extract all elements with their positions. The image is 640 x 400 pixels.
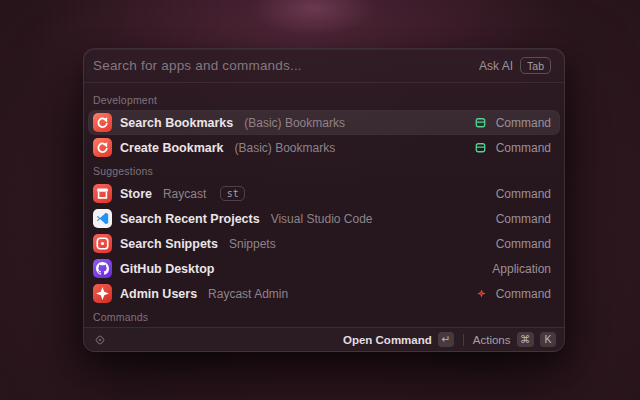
footer-divider: [463, 334, 464, 346]
list-item-search-snippets[interactable]: Search Snippets Snippets Command: [88, 231, 560, 256]
list-item-create-bookmark[interactable]: Create Bookmark (Basic) Bookmarks Comman…: [88, 135, 560, 160]
item-subtitle: Raycast Admin: [208, 287, 288, 301]
item-title: Admin Users: [120, 287, 197, 301]
bookmarks-app-icon: [93, 113, 112, 132]
item-title: Search Snippets: [120, 237, 218, 251]
section-header-commands: Commands: [88, 306, 560, 327]
item-subtitle: Raycast: [163, 187, 206, 201]
store-app-icon: [93, 184, 112, 203]
raycast-launcher-window: Ask AI Tab Development Search Bookmarks …: [83, 48, 565, 352]
tab-keycap: Tab: [520, 57, 551, 74]
item-type: Command: [496, 116, 551, 130]
item-type: Command: [496, 212, 551, 226]
item-title: GitHub Desktop: [120, 262, 214, 276]
list-item-store[interactable]: Store Raycast st Command: [88, 181, 560, 206]
item-type: Application: [492, 262, 551, 276]
item-type: Command: [496, 187, 551, 201]
command-keycap: ⌘: [517, 332, 535, 347]
item-subtitle: (Basic) Bookmarks: [235, 141, 336, 155]
k-keycap: K: [540, 332, 556, 347]
item-title: Create Bookmark: [120, 141, 224, 155]
results-list[interactable]: Development Search Bookmarks (Basic) Boo…: [84, 83, 564, 327]
section-header-suggestions: Suggestions: [88, 160, 560, 181]
item-title: Search Bookmarks: [120, 116, 233, 130]
raycast-admin-extension-icon: [476, 288, 487, 299]
footer-bar: Open Command ↵ Actions ⌘ K: [84, 327, 564, 351]
github-desktop-app-icon: [93, 259, 112, 278]
list-item-admin-users[interactable]: Admin Users Raycast Admin Command: [88, 281, 560, 306]
section-header-development: Development: [88, 89, 560, 110]
open-command-button[interactable]: Open Command ↵: [343, 332, 454, 347]
actions-button[interactable]: Actions ⌘ K: [473, 332, 556, 347]
bookmark-extension-icon: [474, 116, 487, 129]
raycast-logo-icon: [93, 333, 107, 347]
snippets-app-icon: [93, 234, 112, 253]
actions-label: Actions: [473, 334, 511, 346]
admin-users-app-icon: [93, 284, 112, 303]
list-item-github-desktop[interactable]: GitHub Desktop Application: [88, 256, 560, 281]
item-subtitle: (Basic) Bookmarks: [244, 116, 345, 130]
list-item-search-recent-projects[interactable]: Search Recent Projects Visual Studio Cod…: [88, 206, 560, 231]
item-type: Command: [496, 287, 551, 301]
list-item-search-bookmarks[interactable]: Search Bookmarks (Basic) Bookmarks Comma…: [88, 110, 560, 135]
bookmark-extension-icon: [474, 141, 487, 154]
return-keycap: ↵: [438, 332, 454, 347]
ask-ai-label: Ask AI: [479, 59, 513, 73]
item-type: Command: [496, 237, 551, 251]
search-input[interactable]: [93, 58, 471, 73]
bookmarks-app-icon: [93, 138, 112, 157]
vscode-app-icon: [93, 209, 112, 228]
alias-badge: st: [220, 186, 245, 201]
open-command-label: Open Command: [343, 334, 432, 346]
ask-ai-button[interactable]: Ask AI Tab: [479, 57, 551, 74]
search-bar: Ask AI Tab: [84, 49, 564, 82]
item-subtitle: Snippets: [229, 237, 276, 251]
item-type: Command: [496, 141, 551, 155]
item-title: Store: [120, 187, 152, 201]
item-subtitle: Visual Studio Code: [271, 212, 373, 226]
item-title: Search Recent Projects: [120, 212, 260, 226]
